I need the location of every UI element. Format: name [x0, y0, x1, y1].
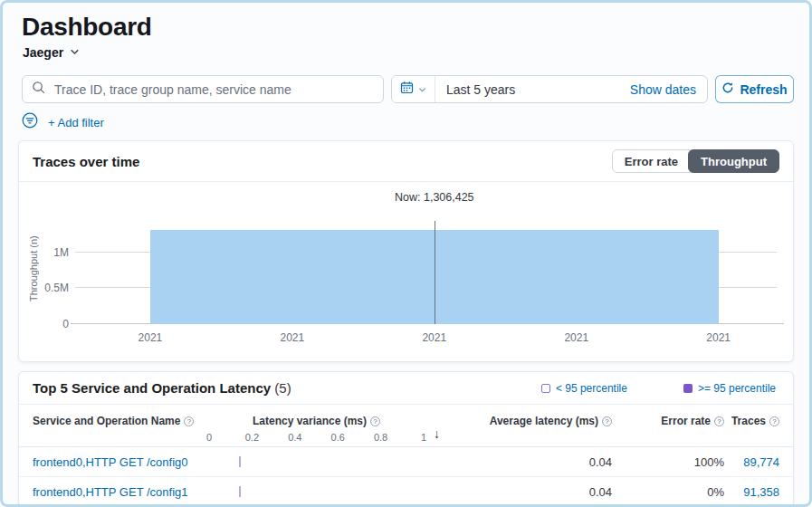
latency-panel: Top 5 Service and Operation Latency (5) … [18, 371, 794, 507]
refresh-icon [721, 81, 734, 96]
info-icon[interactable]: ? [769, 416, 779, 426]
legend-item-above-95: >= 95 percentile [683, 382, 776, 395]
refresh-label: Refresh [740, 82, 787, 97]
app-frame: Dashboard Jaeger Last 5 years Show dat [0, 0, 812, 507]
info-icon[interactable]: ? [370, 416, 380, 426]
traces-chart-plot[interactable]: Now: 1,306,425 20212021202120212021 [75, 213, 777, 325]
error-rate-value: 0% [612, 485, 724, 499]
y-tick-label: 1M [53, 246, 69, 259]
x-tick-label: 2021 [564, 331, 588, 344]
x-tick-label: 2021 [706, 331, 731, 344]
average-latency-value: 0.04 [467, 485, 612, 499]
column-error-rate[interactable]: Error rate? [612, 405, 724, 446]
table-row: frontend0,HTTP GET /config1 0.04 0% 91,3… [19, 477, 793, 507]
variance-scale-tick: 0.8 [374, 432, 387, 443]
traces-chart: Throughput (n) 00.5M1M Now: 1,306,425 20… [19, 182, 793, 356]
search-input[interactable] [53, 81, 374, 98]
traces-count-link[interactable]: 89,774 [743, 455, 779, 469]
column-traces[interactable]: Traces? [724, 405, 779, 446]
legend-item-below-95: < 95 percentile [541, 382, 627, 395]
calendar-icon [400, 81, 414, 98]
column-service-operation[interactable]: Service and Operation Name? [33, 405, 209, 446]
sort-down-icon[interactable]: ↓ [434, 426, 440, 441]
x-tick-label: 2021 [281, 331, 305, 344]
y-axis-label: Throughput (n) [28, 213, 43, 325]
latency-variance-tick [239, 486, 241, 497]
latency-variance-tick [239, 456, 241, 467]
latency-panel-count: (5) [274, 380, 291, 396]
data-source-label: Jaeger [23, 45, 63, 60]
search-controls-row: Last 5 years Show dates Refresh [22, 75, 794, 103]
time-range-value[interactable]: Last 5 years [435, 82, 526, 97]
variance-scale-tick: 1 [421, 432, 426, 443]
x-tick-label: 2021 [139, 331, 163, 344]
column-average-latency[interactable]: Average latency (ms)? [467, 405, 612, 446]
date-quick-select-button[interactable] [392, 76, 435, 102]
latency-panel-header: Top 5 Service and Operation Latency (5) … [19, 372, 793, 405]
search-icon [32, 81, 45, 98]
add-filter-link[interactable]: + Add filter [48, 116, 104, 129]
metric-toggle-group: Error rate Throughput [612, 149, 779, 173]
traces-over-time-panel: Traces over time Error rate Throughput T… [18, 140, 794, 362]
y-tick-label: 0.5M [44, 282, 69, 294]
latency-table-header: Service and Operation Name? Latency vari… [19, 405, 793, 447]
now-line [435, 221, 435, 324]
date-picker: Last 5 years Show dates [391, 75, 708, 103]
percentile-legend: < 95 percentile >= 95 percentile [541, 382, 779, 395]
info-icon[interactable]: ? [602, 416, 612, 426]
above-95-swatch-icon [683, 384, 693, 393]
info-icon[interactable]: ? [714, 416, 724, 426]
now-annotation: Now: 1,306,425 [395, 191, 474, 204]
filter-row: + Add filter [22, 112, 790, 132]
y-tick-label: 0 [62, 318, 69, 330]
error-rate-value: 100% [612, 455, 724, 469]
info-icon[interactable]: ? [184, 416, 194, 426]
throughput-button[interactable]: Throughput [688, 149, 779, 173]
service-operation-link[interactable]: frontend0,HTTP GET /config0 [33, 455, 188, 469]
page-title: Dashboard [3, 13, 809, 42]
average-latency-value: 0.04 [467, 455, 612, 469]
variance-scale-tick: 0.2 [245, 432, 259, 443]
latency-panel-title: Top 5 Service and Operation Latency (5) [33, 380, 291, 396]
error-rate-button[interactable]: Error rate [612, 149, 691, 173]
variance-scale-tick: 0 [206, 432, 212, 443]
variance-scale-tick: 0.6 [331, 432, 345, 443]
column-latency-variance[interactable]: Latency variance (ms)? 00.20.40.60.81 ↓ [209, 405, 467, 446]
chevron-down-icon [418, 81, 426, 98]
chevron-down-icon [70, 45, 80, 60]
x-tick-label: 2021 [422, 331, 446, 344]
refresh-button[interactable]: Refresh [715, 75, 794, 103]
data-source-select[interactable]: Jaeger [3, 43, 809, 62]
search-box[interactable] [22, 75, 384, 103]
traces-panel-title: Traces over time [33, 154, 139, 169]
traces-count-link[interactable]: 91,358 [743, 485, 779, 499]
below-95-swatch-icon [541, 384, 550, 393]
show-dates-link[interactable]: Show dates [630, 82, 707, 97]
chart-y-ticks: 00.5M1M [43, 213, 75, 325]
table-row: frontend0,HTTP GET /config0 0.04 100% 89… [19, 447, 793, 477]
filter-icon[interactable] [22, 112, 38, 132]
variance-scale-tick: 0.4 [288, 432, 301, 443]
service-operation-link[interactable]: frontend0,HTTP GET /config1 [33, 485, 188, 499]
traces-panel-header: Traces over time Error rate Throughput [19, 141, 793, 182]
